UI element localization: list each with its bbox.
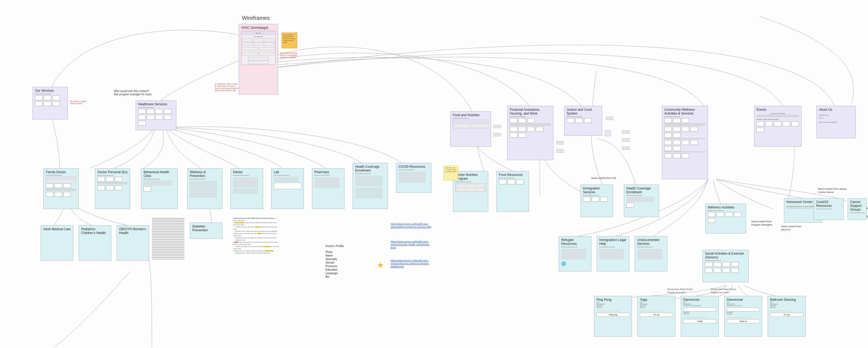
dp-4: Pronouns (326, 264, 337, 268)
node-lab[interactable]: Lab (271, 168, 304, 209)
node-justice[interactable]: Justice and Court System (564, 106, 602, 136)
node-cancer[interactable]: Cancer Support Groups (848, 198, 867, 220)
node-title: Dental (233, 170, 261, 174)
node-community-wellness[interactable]: Community Wellness Activities & Services (662, 106, 708, 179)
node-title: Lab (274, 170, 301, 174)
node-food-nutrition[interactable]: Food and Nutrition (450, 111, 491, 147)
about-l1: Donation Info (819, 114, 854, 116)
node-title: Pediatrics Children's Health (81, 227, 109, 235)
node-title: Health Coverage Enrollment (355, 165, 385, 172)
node-title: Doctor Personal (Es) (97, 170, 128, 174)
activity-button[interactable]: Ping pong (596, 313, 629, 317)
node-wellness-act[interactable]: Wellness Activities (705, 204, 746, 233)
node-activity[interactable]: Ballroom DancingInfoDescriptionDurationS… (768, 296, 806, 337)
node-activity[interactable]: DancerciseInfoDescriptionXxxxxxxx XX XXd… (681, 296, 719, 337)
node-family-doctor[interactable]: Family Doctor (43, 168, 79, 209)
dp-3: Gender (326, 261, 335, 264)
node-social-act[interactable]: Social Activities & Exercise (Seniors) (703, 250, 749, 282)
node-adult-med[interactable]: Adult Medical Care (41, 225, 73, 261)
need-cw: Need content from CW (591, 176, 616, 180)
sticky-orange[interactable]: How to deal to style elements: sticky to… (282, 33, 297, 48)
node-title: Immigration Services (583, 186, 611, 194)
node-title: Healthcare Services (138, 102, 174, 106)
node-wellness-prev[interactable]: Wellness & Prevention (187, 168, 222, 209)
node-title: Family Doctor (46, 170, 76, 174)
doc-excerpt: Xxxxx Pxxxxxx for the VASC Xxxxxx Xxxxxx… (233, 217, 279, 254)
node-title: Adult Medical Care (43, 227, 71, 231)
bars-icon (622, 147, 630, 150)
dp-1: Name (326, 254, 333, 257)
bars-icon (606, 117, 614, 120)
node-pharmacy[interactable]: Pharmacy (312, 168, 344, 209)
homepage-section: Our Services (242, 36, 275, 37)
node-activity[interactable]: DancerciseInfoDescriptionXXxxxxxx on XX … (724, 296, 762, 337)
bars-icon (493, 133, 501, 136)
node-title: Covid19 Resources (816, 200, 841, 208)
bars-icon (556, 141, 564, 144)
dp-0: Photo (326, 250, 333, 254)
node-title: Behavioral Health Clinic (144, 170, 175, 178)
dp-7: Bio (326, 275, 329, 279)
paragraph-placeholder (152, 217, 184, 260)
node-immig-legal[interactable]: Immigration/ Legal Help (597, 236, 629, 271)
node-behavioral[interactable]: Behavioral Health Clinic (141, 168, 178, 209)
node-title: Yoga (640, 298, 673, 301)
node-fin-assist[interactable]: Financial Assistance, Housing, and Work (507, 106, 553, 160)
node-food-res[interactable]: Food Resources (496, 171, 529, 212)
small-box (605, 130, 611, 136)
homepage-banner: Banner (242, 31, 275, 35)
ext-link-2[interactable]: https://www.scvmc.org/health-care-servic… (391, 240, 434, 249)
node-title: Food Resources (499, 173, 527, 177)
activity-button[interactable]: EV reg (770, 313, 803, 317)
node-title: Dancercise (683, 298, 716, 301)
activity-button[interactable]: EV reg (640, 313, 673, 317)
activity-button[interactable]: Read on (727, 319, 760, 323)
node-title: Cancer Support Groups (850, 200, 864, 211)
node-covid19[interactable]: Covid19 Resources (814, 198, 844, 220)
node-activity[interactable]: Ping PongInfoDescriptionDurationSign upP… (594, 296, 632, 337)
node-covid[interactable]: COVID Resources (396, 163, 431, 193)
node-title: Ballroom Dancing (770, 298, 803, 301)
need-phdoc: Need content from phLDOC (781, 225, 808, 231)
node-healthcare[interactable]: Healthcare Services (135, 100, 176, 130)
node-title: Events (756, 108, 799, 112)
ext-link-1[interactable]: https://www.scvmc.org/health-care-servic… (391, 223, 434, 229)
diagram-heading: Wireframes (242, 16, 270, 20)
node-undoc[interactable]: Undocumented Services (635, 236, 667, 271)
node-title: Social Activities & Exercise (Seniors) (705, 252, 746, 259)
sticky-yellow[interactable]: Look like style — what is what and white… (443, 166, 458, 180)
node-diabetes[interactable]: Diabetes Prevention (190, 223, 222, 239)
node-our-services[interactable]: Our Services (33, 87, 68, 119)
about-l2: From the news & bulletin (819, 121, 854, 123)
node-health-cov2[interactable]: Health Coverage Enrollment (624, 184, 659, 217)
our-services-anno: All services content must be linked (70, 100, 89, 105)
node-health-cov[interactable]: Health Coverage Enrollment (352, 163, 388, 209)
node-title: Food and Nutrition (453, 113, 489, 117)
node-doctor-personal[interactable]: Doctor Personal (Es) (95, 168, 130, 209)
node-pediatrics[interactable]: Pediatrics Children's Health (79, 225, 111, 261)
node-senior-nut[interactable]: Senior Nutrition Program (453, 171, 488, 212)
node-title: Pharmacy (314, 170, 342, 174)
node-activity[interactable]: YogaInfoDescriptionDurationSign upEV reg (638, 296, 675, 337)
annotation-homepage-bottom: A: Direct link / Best / Panel B: Short d… (215, 83, 239, 92)
node-title: Ping Pong (596, 298, 629, 301)
ext-link-3[interactable]: https://www.scvmc.org/health-care-servic… (391, 259, 434, 268)
dp-6: Language (326, 271, 338, 275)
doctor-profile-heading: Doctor's Profile (326, 244, 344, 248)
node-title: Wellness Activities (708, 205, 744, 209)
node-refugee[interactable]: Refugee Resources 🌐 (559, 236, 591, 271)
node-title: Community Wellness Activities & Services (664, 108, 706, 115)
node-title: Dancercise (727, 298, 760, 301)
node-title: Health Coverage Enrollment (626, 186, 657, 194)
node-title: COVID Resources (399, 165, 429, 169)
homepage-wireframe[interactable]: VASC (homepage) Banner Our Services (239, 24, 278, 94)
node-about[interactable]: About Us Donation Info xxx xx From the n… (816, 106, 856, 139)
node-events[interactable]: Events Community Calendar Weekly / Daily… (754, 106, 802, 147)
activity-button[interactable]: Create (683, 319, 716, 323)
events-cal: Community Calendar (756, 113, 799, 114)
node-dental[interactable]: Dental (230, 168, 263, 209)
node-immig-svc[interactable]: Immigration Services (581, 184, 613, 217)
node-obgyn[interactable]: OB/GYN Women's Health (117, 225, 149, 261)
node-title: OB/GYN Women's Health (119, 227, 147, 235)
anno-reg1: Should have Reg/CTA text Register for Ev… (667, 288, 697, 294)
